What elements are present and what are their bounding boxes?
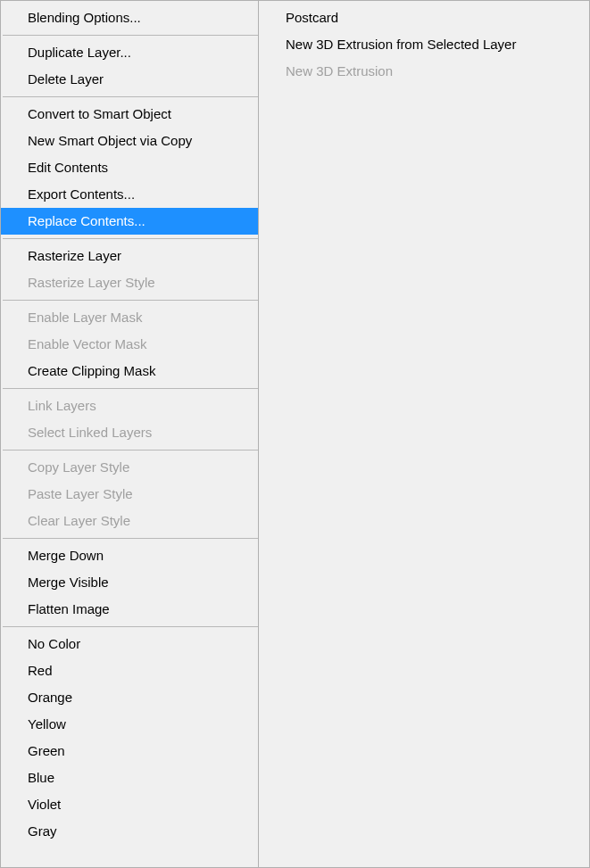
menu-item-red[interactable]: Red [1, 657, 258, 684]
menu-item-enable-layer-mask: Enable Layer Mask [1, 304, 258, 331]
menu-item-export-contents[interactable]: Export Contents... [1, 181, 258, 208]
menu-item-replace-contents[interactable]: Replace Contents... [1, 208, 258, 235]
left-menu-column: Blending Options... Duplicate Layer... D… [1, 1, 259, 867]
menu-item-clear-layer-style: Clear Layer Style [1, 508, 258, 534]
menu-item-yellow[interactable]: Yellow [1, 711, 258, 738]
menu-item-delete-layer[interactable]: Delete Layer [1, 66, 258, 93]
right-menu-column: Postcard New 3D Extrusion from Selected … [259, 1, 589, 867]
menu-item-merge-visible[interactable]: Merge Visible [1, 569, 258, 596]
menu-item-gray[interactable]: Gray [1, 818, 258, 845]
menu-item-duplicate-layer[interactable]: Duplicate Layer... [1, 39, 258, 66]
menu-item-merge-down[interactable]: Merge Down [1, 542, 258, 569]
menu-item-paste-layer-style: Paste Layer Style [1, 481, 258, 508]
menu-item-edit-contents[interactable]: Edit Contents [1, 154, 258, 181]
menu-separator [3, 626, 258, 627]
menu-item-violet[interactable]: Violet [1, 791, 258, 818]
menu-item-create-clipping-mask[interactable]: Create Clipping Mask [1, 358, 258, 384]
menu-item-rasterize-layer[interactable]: Rasterize Layer [1, 243, 258, 269]
menu-separator [3, 300, 258, 301]
menu-separator [3, 450, 258, 451]
menu-item-postcard[interactable]: Postcard [259, 4, 589, 31]
menu-separator [3, 35, 258, 36]
menu-item-flatten-image[interactable]: Flatten Image [1, 596, 258, 623]
menu-item-orange[interactable]: Orange [1, 684, 258, 711]
menu-separator [3, 538, 258, 539]
menu-separator [3, 238, 258, 239]
menu-item-new-smart-object-copy[interactable]: New Smart Object via Copy [1, 128, 258, 154]
menu-separator [3, 96, 258, 97]
menu-item-no-color[interactable]: No Color [1, 631, 258, 657]
menu-item-link-layers: Link Layers [1, 393, 258, 419]
menu-item-copy-layer-style: Copy Layer Style [1, 454, 258, 481]
menu-separator [3, 388, 258, 389]
menu-item-convert-smart-object[interactable]: Convert to Smart Object [1, 101, 258, 128]
menu-item-new-3d-extrusion: New 3D Extrusion [259, 58, 589, 85]
menu-item-blending-options[interactable]: Blending Options... [1, 4, 258, 31]
context-menu-container: Blending Options... Duplicate Layer... D… [0, 0, 590, 868]
menu-item-enable-vector-mask: Enable Vector Mask [1, 331, 258, 358]
menu-item-blue[interactable]: Blue [1, 765, 258, 791]
menu-item-new-3d-extrusion-selected[interactable]: New 3D Extrusion from Selected Layer [259, 31, 589, 58]
menu-item-rasterize-layer-style: Rasterize Layer Style [1, 269, 258, 296]
menu-item-select-linked-layers: Select Linked Layers [1, 419, 258, 446]
menu-item-green[interactable]: Green [1, 738, 258, 765]
